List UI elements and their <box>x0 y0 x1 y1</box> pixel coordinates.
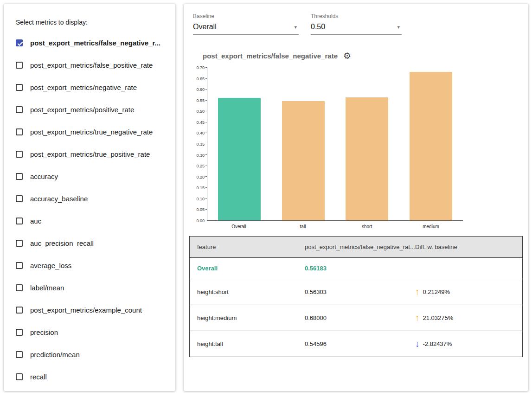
metric-list-item[interactable]: auc_precision_recall <box>16 232 169 254</box>
metric-list-item[interactable]: auc <box>16 210 169 232</box>
metric-checkbox[interactable] <box>16 218 23 224</box>
settings-gear-icon[interactable]: ⚙ <box>343 51 351 60</box>
y-axis-tick-label: 0.40 <box>196 131 205 135</box>
metric-checkbox[interactable] <box>16 351 23 358</box>
table-row[interactable]: Overall 0.56183 <box>190 258 522 279</box>
chart-bar-overall[interactable] <box>218 98 261 220</box>
table-row[interactable]: height:short 0.56303 ↑ 0.21249% <box>190 279 522 305</box>
metrics-table: feature post_export_metrics/false_negati… <box>189 236 523 357</box>
table-header-metric: post_export_metrics/false_negative_rat..… <box>297 237 408 257</box>
metric-label: post_export_metrics/true_positive_rate <box>30 150 150 158</box>
metric-list-item[interactable]: label/mean <box>16 276 169 299</box>
metric-checkbox[interactable] <box>16 84 23 91</box>
chart-bar-short[interactable] <box>346 97 388 220</box>
feature-cell: height:medium <box>190 306 297 330</box>
metric-selector-title: Select metrics to display: <box>4 4 175 26</box>
plot-area <box>207 68 463 221</box>
metric-list-item[interactable]: recall <box>16 365 169 388</box>
metric-list-item[interactable]: accuracy <box>16 165 169 187</box>
metric-checkbox[interactable] <box>16 39 23 46</box>
y-axis-tick-label: 0.50 <box>196 109 205 114</box>
y-axis-tick-label: 0.70 <box>196 65 205 70</box>
baseline-select-label: Baseline <box>193 13 299 19</box>
y-axis-tick-label: 0.55 <box>196 98 205 103</box>
y-axis-tick-label: 0.00 <box>196 218 205 223</box>
metric-label: post_export_metrics/negative_rate <box>30 83 137 91</box>
x-axis-label: Overall <box>207 221 271 229</box>
metric-label: post_export_metrics/false_negative_r... <box>30 39 160 47</box>
y-axis-tick-label: 0.30 <box>196 153 205 158</box>
metric-label: post_export_metrics/false_positive_rate <box>30 61 153 69</box>
metric-selector-panel: Select metrics to display: post_export_m… <box>4 4 175 391</box>
metric-checkbox[interactable] <box>16 307 23 314</box>
baseline-select-value-row[interactable]: Overall ▾ <box>193 22 299 35</box>
chart-header: post_export_metrics/false_negative_rate … <box>203 51 528 60</box>
metric-list-item[interactable]: post_export_metrics/positive_rate <box>16 98 169 121</box>
results-panel: Baseline Overall ▾ Thresholds 0.50 ▾ pos… <box>184 4 528 391</box>
bar-slot <box>399 68 463 220</box>
feature-cell: Overall <box>190 258 297 279</box>
metric-list-item[interactable]: post_export_metrics/negative_rate <box>16 76 169 98</box>
metric-checkbox[interactable] <box>16 62 23 69</box>
table-header-diff: Diff. w. baseline <box>408 237 522 257</box>
metric-label: recall <box>30 373 47 381</box>
metric-checkbox[interactable] <box>16 329 23 336</box>
metric-value-cell: 0.56183 <box>297 258 408 279</box>
metric-checkbox[interactable] <box>16 240 23 247</box>
x-axis-label: short <box>335 221 399 229</box>
metric-value-cell: 0.56303 <box>297 280 408 304</box>
metric-list-item[interactable]: precision <box>16 321 169 343</box>
metric-label: accuracy <box>30 173 58 180</box>
feature-cell: height:short <box>190 280 297 304</box>
thresholds-select[interactable]: Thresholds 0.50 ▾ <box>311 13 402 35</box>
metric-list-item[interactable]: post_export_metrics/true_positive_rate <box>16 143 169 165</box>
metric-list-item[interactable]: post_export_metrics/false_negative_r... <box>16 32 169 54</box>
metric-label: post_export_metrics/true_negative_rate <box>30 128 153 136</box>
metric-list-item[interactable]: post_export_metrics/true_negative_rate <box>16 121 169 143</box>
metric-checkbox[interactable] <box>16 373 23 380</box>
metric-list-item[interactable]: accuracy_baseline <box>16 187 169 210</box>
table-row[interactable]: height:medium 0.68000 ↑ 21.03275% <box>190 305 522 331</box>
baseline-select[interactable]: Baseline Overall ▾ <box>193 13 299 35</box>
baseline-selected-value: Overall <box>193 23 217 31</box>
chevron-down-icon[interactable]: ▾ <box>397 24 400 30</box>
metric-label: prediction/mean <box>30 351 80 359</box>
metric-checkbox[interactable] <box>16 128 23 135</box>
chart-bar-medium[interactable] <box>410 72 452 220</box>
metric-checkbox[interactable] <box>16 106 23 113</box>
metric-checkbox[interactable] <box>16 262 23 269</box>
chart-bar-tall[interactable] <box>282 101 325 220</box>
thresholds-selected-value: 0.50 <box>311 23 325 31</box>
table-row[interactable]: height:tall 0.54596 ↓ -2.82437% <box>190 331 522 357</box>
diff-value: -2.82437% <box>423 340 452 347</box>
diff-cell: ↓ -2.82437% <box>408 331 522 357</box>
diff-arrow-icon: ↑ <box>415 288 420 296</box>
metric-label: accuracy_baseline <box>30 195 88 203</box>
controls-row: Baseline Overall ▾ Thresholds 0.50 ▾ <box>184 4 528 35</box>
metric-list-item[interactable]: average_loss <box>16 254 169 276</box>
diff-value: 0.21249% <box>423 288 450 295</box>
metric-label: precision <box>30 328 58 336</box>
metric-list-item[interactable]: post_export_metrics/false_positive_rate <box>16 54 169 76</box>
metric-checkbox[interactable] <box>16 173 23 180</box>
y-axis-tick-label: 0.20 <box>196 175 205 179</box>
diff-cell: ↑ 21.03275% <box>408 305 522 331</box>
bars <box>207 68 463 220</box>
y-axis-tick-label: 0.05 <box>196 207 205 212</box>
metric-checkbox[interactable] <box>16 284 23 291</box>
chart-title: post_export_metrics/false_negative_rate <box>203 52 338 60</box>
metric-list: post_export_metrics/false_negative_r... … <box>4 32 175 388</box>
thresholds-select-value-row[interactable]: 0.50 ▾ <box>311 22 402 35</box>
metric-checkbox[interactable] <box>16 195 23 202</box>
y-axis-tick-label: 0.35 <box>196 142 205 147</box>
metric-list-item[interactable]: post_export_metrics/example_count <box>16 299 169 321</box>
metric-checkbox[interactable] <box>16 151 23 158</box>
y-axis-tick-label: 0.10 <box>196 197 205 201</box>
metric-label: auc_precision_recall <box>30 239 94 247</box>
table-header-row: feature post_export_metrics/false_negati… <box>190 237 522 258</box>
metric-label: average_loss <box>30 262 71 269</box>
metric-list-item[interactable]: prediction/mean <box>16 343 169 365</box>
diff-cell <box>408 262 522 275</box>
chevron-down-icon[interactable]: ▾ <box>294 24 297 30</box>
bar-slot <box>271 68 335 220</box>
